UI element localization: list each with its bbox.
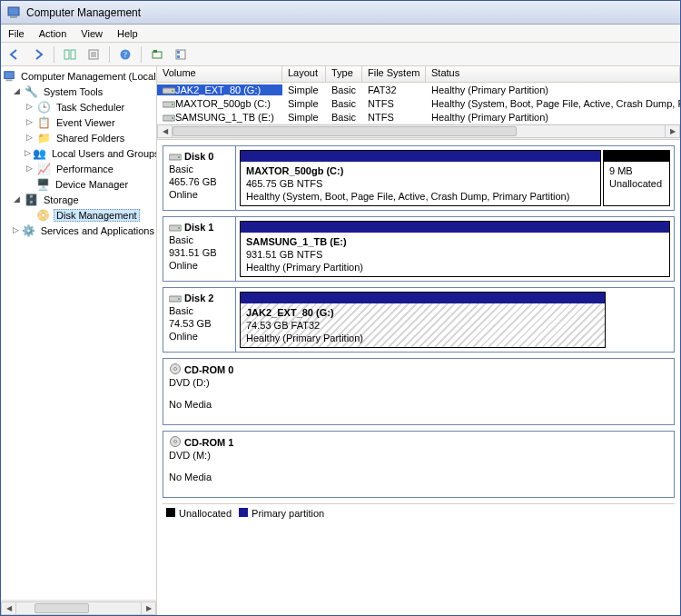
legend: Unallocated Primary partition bbox=[163, 503, 675, 522]
expand-icon[interactable]: ▷ bbox=[25, 102, 35, 112]
perf-icon: 📈 bbox=[36, 162, 51, 176]
tree-root[interactable]: Computer Management (Local bbox=[3, 68, 156, 84]
volume-hscrollbar[interactable]: ◀ ▶ bbox=[157, 124, 680, 139]
titlebar[interactable]: Computer Management bbox=[1, 1, 680, 25]
menu-help[interactable]: Help bbox=[117, 28, 138, 39]
svg-point-18 bbox=[172, 90, 173, 92]
disk-2[interactable]: Disk 2 Basic 74.53 GB Online JAK2_EXT_80… bbox=[163, 287, 675, 353]
cell-volume: MAXTOR_500gb (C:) bbox=[157, 98, 282, 109]
col-volume[interactable]: Volume bbox=[157, 66, 282, 83]
disk-partitions: MAXTOR_500gb (C:) 465.75 GB NTFS Healthy… bbox=[236, 146, 674, 210]
partition-e[interactable]: SAMSUNG_1_TB (E:) 931.51 GB NTFS Healthy… bbox=[240, 221, 670, 277]
partition-bar bbox=[241, 151, 600, 162]
volume-row[interactable]: JAK2_EXT_80 (G:)SimpleBasicFAT32Healthy … bbox=[157, 83, 680, 96]
svg-point-26 bbox=[178, 227, 180, 229]
volume-row[interactable]: MAXTOR_500gb (C:)SimpleBasicNTFSHealthy … bbox=[157, 96, 680, 110]
list-button[interactable] bbox=[171, 45, 191, 65]
show-hide-tree-button[interactable] bbox=[60, 45, 80, 65]
col-fs[interactable]: File System bbox=[362, 66, 426, 83]
scroll-right-button[interactable]: ▶ bbox=[665, 124, 680, 138]
window: Computer Management File Action View Hel… bbox=[0, 0, 681, 616]
disk-info: Disk 2 Basic 74.53 GB Online bbox=[163, 288, 236, 352]
menu-view[interactable]: View bbox=[81, 28, 103, 39]
svg-rect-15 bbox=[5, 71, 15, 78]
hdd-icon: Disk 2 bbox=[169, 292, 230, 304]
tree-disk-management[interactable]: 📀 Disk Management bbox=[3, 207, 156, 223]
svg-rect-2 bbox=[64, 50, 69, 59]
svg-point-32 bbox=[174, 441, 177, 443]
tree-shared-folders[interactable]: ▷ 📁 Shared Folders bbox=[3, 130, 156, 145]
tree-task-scheduler[interactable]: ▷ 🕒 Task Scheduler bbox=[3, 99, 156, 114]
svg-rect-16 bbox=[6, 79, 13, 81]
menu-action[interactable]: Action bbox=[39, 28, 67, 39]
col-layout[interactable]: Layout bbox=[282, 66, 326, 83]
expand-icon[interactable]: ▷ bbox=[25, 133, 35, 143]
tree-performance[interactable]: ▷ 📈 Performance bbox=[3, 161, 156, 176]
help-button[interactable]: ? bbox=[115, 45, 135, 65]
volume-row[interactable]: SAMSUNG_1_TB (E:)SimpleBasicNTFSHealthy … bbox=[157, 110, 680, 124]
svg-rect-0 bbox=[8, 7, 19, 15]
back-button[interactable] bbox=[5, 45, 25, 65]
disk-info: CD-ROM 0 DVD (D:) No Media bbox=[163, 359, 674, 424]
legend-unallocated: Unallocated bbox=[166, 508, 232, 519]
scroll-thumb[interactable] bbox=[35, 603, 89, 613]
disk-graphical-view[interactable]: Disk 0 Basic 465.76 GB Online MAXTOR_500… bbox=[157, 140, 680, 615]
toolbar-separator bbox=[141, 46, 142, 63]
properties-button[interactable] bbox=[84, 45, 104, 65]
forward-button[interactable] bbox=[28, 45, 48, 65]
tree-device-manager[interactable]: 🖥️ Device Manager bbox=[3, 176, 156, 192]
menu-file[interactable]: File bbox=[8, 28, 25, 39]
cd-icon: CD-ROM 1 bbox=[169, 435, 668, 449]
svg-point-24 bbox=[178, 156, 180, 158]
disk-info: Disk 1 Basic 931.51 GB Online bbox=[163, 217, 236, 281]
tools-icon: 🔧 bbox=[24, 84, 38, 99]
tree-local-users[interactable]: ▷ 👥 Local Users and Groups bbox=[3, 145, 156, 161]
nav-tree[interactable]: Computer Management (Local ◢ 🔧 System To… bbox=[1, 66, 157, 615]
expand-icon[interactable]: ▷ bbox=[12, 225, 20, 235]
volume-list[interactable]: Volume Layout Type File System Status JA… bbox=[157, 66, 680, 140]
scroll-left-button[interactable]: ◀ bbox=[157, 124, 173, 138]
cdrom-1[interactable]: CD-ROM 1 DVD (M:) No Media bbox=[163, 431, 675, 498]
col-status[interactable]: Status bbox=[426, 66, 680, 83]
users-icon: 👥 bbox=[33, 146, 46, 161]
partition-g[interactable]: JAK2_EXT_80 (G:) 74.53 GB FAT32 Healthy … bbox=[240, 292, 606, 348]
svg-rect-3 bbox=[71, 50, 75, 59]
drive-icon bbox=[163, 84, 175, 95]
expand-icon[interactable]: ▷ bbox=[25, 164, 35, 174]
tree-event-viewer[interactable]: ▷ 📋 Event Viewer bbox=[3, 114, 156, 130]
partition-c[interactable]: MAXTOR_500gb (C:) 465.75 GB NTFS Healthy… bbox=[240, 150, 601, 206]
window-title: Computer Management bbox=[26, 6, 141, 19]
cell-layout: Simple bbox=[282, 112, 326, 123]
cdrom-0[interactable]: CD-ROM 0 DVD (D:) No Media bbox=[163, 358, 675, 425]
disk-0[interactable]: Disk 0 Basic 465.76 GB Online MAXTOR_500… bbox=[163, 145, 675, 211]
partition-bar bbox=[241, 222, 669, 233]
tree-services-apps[interactable]: ▷ ⚙️ Services and Applications bbox=[3, 223, 156, 238]
collapse-icon[interactable]: ◢ bbox=[12, 194, 22, 204]
volume-rows: JAK2_EXT_80 (G:)SimpleBasicFAT32Healthy … bbox=[157, 83, 680, 124]
col-type[interactable]: Type bbox=[326, 66, 362, 83]
tree-system-tools[interactable]: ◢ 🔧 System Tools bbox=[3, 84, 156, 99]
scroll-track[interactable] bbox=[173, 124, 665, 138]
volume-header[interactable]: Volume Layout Type File System Status bbox=[157, 66, 680, 83]
collapse-icon[interactable]: ◢ bbox=[12, 86, 22, 96]
scroll-left-button[interactable]: ◀ bbox=[1, 601, 16, 615]
scroll-track[interactable] bbox=[16, 601, 141, 615]
scroll-right-button[interactable]: ▶ bbox=[141, 601, 156, 615]
body: Computer Management (Local ◢ 🔧 System To… bbox=[1, 66, 680, 615]
scroll-thumb[interactable] bbox=[173, 126, 517, 136]
cell-status: Healthy (Primary Partition) bbox=[426, 84, 680, 95]
hdd-icon: Disk 1 bbox=[169, 221, 230, 233]
tree-hscrollbar[interactable]: ◀ ▶ bbox=[1, 600, 156, 615]
expand-icon[interactable]: ▷ bbox=[25, 148, 31, 158]
cell-fs: NTFS bbox=[362, 112, 426, 123]
disk-1[interactable]: Disk 1 Basic 931.51 GB Online SAMSUNG_1_… bbox=[163, 216, 675, 282]
refresh-button[interactable] bbox=[147, 45, 167, 65]
cell-layout: Simple bbox=[282, 84, 326, 95]
expand-icon[interactable]: ▷ bbox=[25, 117, 35, 127]
svg-rect-10 bbox=[153, 52, 162, 58]
partition-unallocated[interactable]: 9 MB Unallocated bbox=[603, 150, 670, 206]
svg-rect-1 bbox=[10, 16, 17, 18]
tree-storage[interactable]: ◢ 🗄️ Storage bbox=[3, 192, 156, 207]
event-icon: 📋 bbox=[36, 115, 51, 130]
cell-layout: Simple bbox=[282, 98, 326, 109]
